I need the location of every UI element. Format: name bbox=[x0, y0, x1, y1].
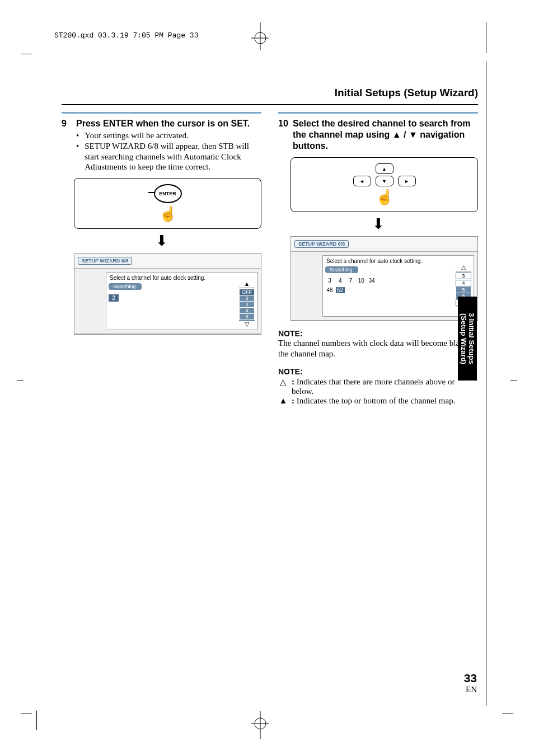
dpad-down-icon: ▼ bbox=[376, 176, 394, 186]
scroll-item: 3 bbox=[456, 273, 471, 279]
crop-tick bbox=[17, 381, 24, 381]
legend-item: △ : Indicates that there are more channe… bbox=[278, 377, 478, 396]
step-title: Select the desired channel to search fro… bbox=[293, 118, 478, 152]
up-icon: ▲ bbox=[392, 130, 401, 139]
triangle-outline-icon: △ bbox=[278, 377, 288, 396]
searching-pill: Searching. bbox=[109, 283, 142, 290]
frame-edge bbox=[486, 62, 486, 706]
file-header: ST200.qxd 03.3.19 7:05 PM Page 33 bbox=[54, 31, 198, 40]
crop-mark-bottom-icon bbox=[249, 711, 271, 739]
scroll-item: 5 bbox=[456, 287, 471, 293]
hand-point-icon: ☝ bbox=[297, 189, 472, 206]
scroll-list: ▲ OFF 2 3 4 5 ▽ bbox=[239, 281, 255, 327]
scroll-up-icon: ▲ bbox=[244, 281, 250, 287]
right-column: 10 Select the desired channel to search … bbox=[278, 112, 478, 406]
crop-tick bbox=[510, 381, 517, 381]
crop-tick bbox=[502, 713, 513, 713]
searching-pill: Searching. bbox=[325, 266, 358, 273]
enter-button-icon: ENTER bbox=[154, 184, 182, 203]
down-arrow-icon: ⬇ bbox=[278, 215, 478, 233]
crop-mark-top-icon bbox=[249, 22, 271, 50]
dpad-left-icon: ◄ bbox=[353, 176, 371, 186]
step-title: Press ENTER when the cursor is on SET. bbox=[76, 118, 250, 129]
scroll-down-icon: ▽ bbox=[245, 321, 249, 327]
step-9-heading: 9 Press ENTER when the cursor is on SET. bbox=[62, 118, 261, 129]
enter-label: ENTER bbox=[159, 191, 176, 196]
osd-screenshot-left: SETUP WIZARD 6/8 Select a channel for au… bbox=[74, 253, 261, 335]
osd-tab: SETUP WIZARD 6/8 bbox=[294, 240, 349, 248]
channel-row: 2 bbox=[109, 294, 142, 302]
remote-illustration: ▲ ◄ ▼ ► ☝ bbox=[291, 157, 478, 212]
legend-item: ▲ : Indicates the top or bottom of the c… bbox=[278, 396, 478, 406]
crop-tick bbox=[21, 54, 32, 54]
osd-instruction: Select a channel for auto clock setting. bbox=[326, 258, 471, 264]
note-heading: NOTE: bbox=[278, 367, 478, 376]
crop-tick bbox=[486, 22, 486, 53]
scroll-item: 5 bbox=[240, 314, 254, 320]
down-arrow-icon: ⬇ bbox=[62, 232, 261, 250]
channel-selected: 2 bbox=[109, 294, 119, 302]
bullet-item: SETUP WIZARD 6/8 will appear, then STB w… bbox=[76, 141, 261, 172]
step-10-heading: 10 Select the desired channel to search … bbox=[278, 118, 478, 152]
dpad-up-icon: ▲ bbox=[376, 163, 394, 174]
note-body: The channel numbers with clock data will… bbox=[278, 338, 478, 359]
scroll-item: 2 bbox=[240, 295, 254, 301]
column-divider bbox=[62, 112, 261, 114]
triangle-solid-icon: ▲ bbox=[278, 396, 288, 406]
step-number: 10 bbox=[278, 118, 288, 152]
channel-row: 3 4 7 10 34 bbox=[325, 278, 376, 284]
osd-instruction: Select a channel for auto clock setting. bbox=[110, 275, 255, 281]
osd-tab: SETUP WIZARD 6/8 bbox=[78, 257, 132, 265]
scroll-item: 3 bbox=[240, 302, 254, 307]
dpad-right-icon: ► bbox=[398, 176, 416, 186]
scroll-item: 4 bbox=[240, 308, 254, 313]
frame-edge bbox=[36, 711, 37, 730]
osd-screenshot-right: SETUP WIZARD 6/8 Select a channel for au… bbox=[291, 236, 478, 321]
remote-illustration: ENTER ☝ bbox=[74, 178, 261, 229]
bullet-item: Your settings will be activated. bbox=[76, 130, 261, 141]
note-heading: NOTE: bbox=[278, 329, 478, 338]
column-divider bbox=[278, 112, 478, 114]
chapter-tab: 3 Initial Setups(Setup Wizard) bbox=[458, 297, 477, 381]
step-number: 9 bbox=[62, 118, 72, 129]
page-number: 33 EN bbox=[464, 672, 477, 694]
channel-selected: 52 bbox=[336, 287, 345, 293]
scroll-item: OFF bbox=[240, 289, 254, 295]
channel-row: 48 52 bbox=[325, 287, 376, 293]
scroll-up-icon: △ bbox=[461, 264, 466, 270]
crop-tick bbox=[21, 713, 32, 713]
title-rule bbox=[62, 104, 478, 105]
hand-point-icon: ☝ bbox=[80, 205, 255, 223]
scroll-item: 4 bbox=[456, 280, 471, 287]
left-column: 9 Press ENTER when the cursor is on SET.… bbox=[62, 112, 261, 406]
page-title: Initial Setups (Setup Wizard) bbox=[335, 87, 478, 99]
down-icon: ▼ bbox=[409, 130, 418, 139]
